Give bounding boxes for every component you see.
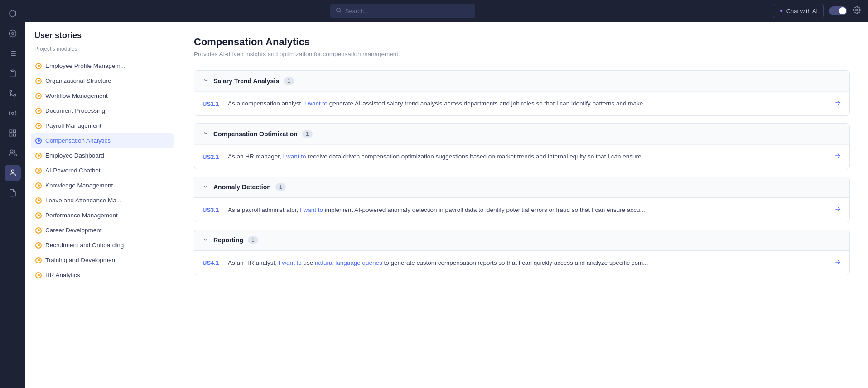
story-sections: Salary Trend Analysis 1 US1.1 As a compe…	[194, 70, 850, 275]
module-dot	[35, 108, 42, 114]
main-wrapper: ✦ Chat with AI User stories Project's mo…	[25, 0, 868, 388]
module-label: Knowledge Management	[45, 182, 113, 189]
chevron-down-icon	[203, 236, 209, 244]
sidebar-item-document-processing[interactable]: Document Processing	[31, 103, 174, 118]
sidebar-item-hr-analytics[interactable]: HR Analytics	[31, 268, 174, 283]
module-label: Leave and Attendance Ma...	[45, 197, 121, 204]
chevron-down-icon	[203, 77, 209, 85]
story-id: US3.1	[203, 206, 222, 213]
nav-icon-cube[interactable]	[5, 5, 21, 22]
module-label: Document Processing	[45, 107, 105, 114]
story-section-anomaly-detection: Anomaly Detection 1 US3.1 As a payroll a…	[194, 177, 850, 222]
module-label: Workflow Management	[45, 92, 108, 99]
sidebar-item-knowledge-management[interactable]: Knowledge Management	[31, 178, 174, 193]
module-dot	[35, 227, 42, 234]
story-id: US4.1	[203, 259, 222, 266]
module-label: Employee Profile Managem...	[45, 62, 125, 69]
sidebar-item-employee-profile[interactable]: Employee Profile Managem...	[31, 58, 174, 73]
module-dot	[35, 182, 42, 189]
story-section-salary-trend: Salary Trend Analysis 1 US1.1 As a compe…	[194, 70, 850, 116]
module-dot	[35, 78, 42, 84]
story-row-us2-1[interactable]: US2.1 As an HR manager, I want to receiv…	[194, 144, 849, 168]
module-dot	[35, 63, 42, 69]
story-id: US2.1	[203, 153, 222, 160]
svg-point-10	[10, 90, 12, 92]
nav-icon-grid[interactable]	[5, 125, 21, 141]
sidebar-item-career-development[interactable]: Career Development	[31, 223, 174, 238]
arrow-right-icon[interactable]	[834, 99, 841, 108]
module-label: Recruitment and Onboarding	[45, 242, 124, 249]
svg-rect-14	[14, 134, 16, 136]
sidebar-item-organizational-structure[interactable]: Organizational Structure	[31, 73, 174, 88]
nav-icon-circle[interactable]	[5, 25, 21, 42]
sidebar-item-leave-attendance[interactable]: Leave and Attendance Ma...	[31, 193, 174, 208]
module-dot	[35, 257, 42, 263]
section-header-anomaly-detection[interactable]: Anomaly Detection 1	[194, 177, 849, 198]
section-title: Salary Trend Analysis	[213, 77, 279, 85]
svg-point-11	[12, 112, 14, 115]
svg-point-1	[12, 33, 14, 35]
module-label: Training and Development	[45, 257, 117, 263]
modules-label: Project's modules	[25, 46, 179, 57]
module-label: Payroll Management	[45, 122, 101, 129]
story-section-compensation-optimization: Compensation Optimization 1 US2.1 As an …	[194, 123, 850, 169]
section-header-salary-trend[interactable]: Salary Trend Analysis 1	[194, 71, 849, 91]
arrow-right-icon[interactable]	[834, 152, 841, 161]
nav-icon-settings[interactable]	[5, 105, 21, 121]
search-input[interactable]	[345, 8, 436, 14]
arrow-right-icon[interactable]	[834, 206, 841, 215]
module-dot	[35, 272, 42, 278]
nav-icon-list[interactable]	[5, 45, 21, 62]
search-icon	[336, 7, 342, 14]
section-count: 1	[248, 236, 258, 244]
search-box[interactable]	[330, 4, 475, 18]
chat-ai-icon: ✦	[779, 8, 784, 14]
left-panel: User stories Project's modules Employee …	[25, 22, 179, 388]
nav-icon-people[interactable]	[5, 145, 21, 161]
sidebar-item-workflow-management[interactable]: Workflow Management	[31, 88, 174, 103]
module-label: Compensation Analytics	[45, 137, 111, 144]
story-row-us4-1[interactable]: US4.1 As an HR analyst, I want to use na…	[194, 251, 849, 275]
chat-ai-button[interactable]: ✦ Chat with AI	[773, 4, 824, 18]
page-subtitle: Provides AI-driven insights and optimiza…	[194, 51, 850, 57]
module-dot	[35, 197, 42, 204]
module-dot	[35, 153, 42, 159]
nav-icon-clipboard[interactable]	[5, 65, 21, 81]
svg-rect-15	[10, 134, 12, 136]
section-header-reporting[interactable]: Reporting 1	[194, 230, 849, 251]
section-count: 1	[284, 77, 294, 85]
module-dot	[35, 212, 42, 219]
section-header-compensation-optimization[interactable]: Compensation Optimization 1	[194, 124, 849, 144]
sidebar-item-training-development[interactable]: Training and Development	[31, 253, 174, 268]
gear-icon[interactable]	[853, 6, 861, 16]
icon-bar	[0, 0, 25, 388]
arrow-right-icon[interactable]	[834, 259, 841, 268]
sidebar-item-compensation-analytics[interactable]: Compensation Analytics	[31, 133, 174, 148]
sidebar-item-recruitment-onboarding[interactable]: Recruitment and Onboarding	[31, 238, 174, 253]
nav-icon-person[interactable]	[5, 165, 21, 181]
story-text: As a payroll administrator, I want to im…	[228, 206, 828, 215]
sidebar-item-payroll-management[interactable]: Payroll Management	[31, 118, 174, 133]
content-area: User stories Project's modules Employee …	[25, 22, 868, 388]
svg-point-20	[856, 9, 858, 11]
module-dot	[35, 138, 42, 144]
top-bar-right	[829, 6, 861, 16]
section-title: Reporting	[213, 236, 243, 244]
svg-point-9	[14, 94, 16, 96]
story-row-us1-1[interactable]: US1.1 As a compensation analyst, I want …	[194, 91, 849, 115]
sidebar-item-performance-management[interactable]: Performance Management	[31, 208, 174, 223]
chat-ai-label: Chat with AI	[786, 8, 818, 14]
module-dot	[35, 168, 42, 174]
page-title: Compensation Analytics	[194, 36, 850, 48]
story-text: As a compensation analyst, I want to gen…	[228, 99, 828, 108]
section-title: Anomaly Detection	[213, 183, 271, 191]
svg-point-18	[336, 8, 340, 12]
sidebar-item-employee-dashboard[interactable]: Employee Dashboard	[31, 148, 174, 163]
sidebar-item-ai-powered-chatbot[interactable]: AI-Powered Chatbot	[31, 163, 174, 178]
svg-line-19	[340, 11, 341, 12]
module-dot	[35, 93, 42, 99]
toggle-switch[interactable]	[829, 6, 847, 15]
nav-icon-file[interactable]	[5, 185, 21, 201]
nav-icon-branch[interactable]	[5, 85, 21, 101]
story-row-us3-1[interactable]: US3.1 As a payroll administrator, I want…	[194, 198, 849, 222]
